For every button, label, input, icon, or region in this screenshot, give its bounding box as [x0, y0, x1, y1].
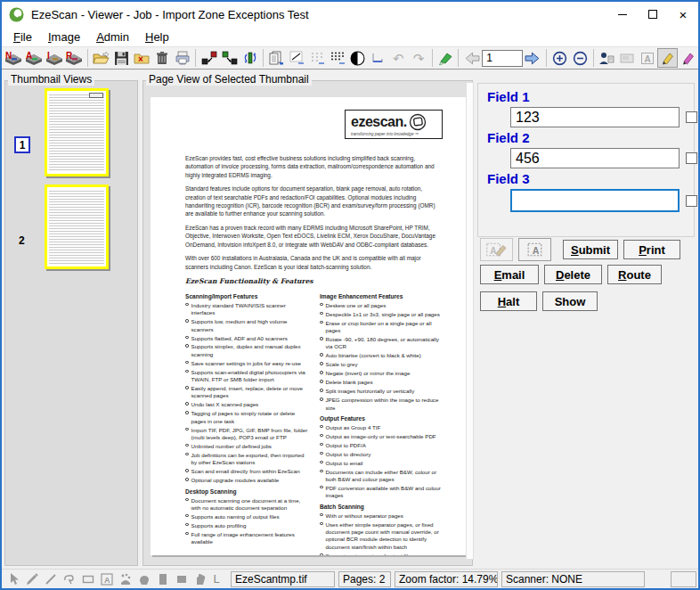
undo-icon[interactable]: ↶: [388, 48, 409, 68]
bullet-icon: [185, 444, 189, 447]
next-page-button[interactable]: [523, 48, 543, 68]
save-icon[interactable]: [111, 48, 132, 68]
bullet-icon: [320, 337, 323, 340]
deskew-icon[interactable]: [287, 48, 307, 68]
feature-item: Output as image-only or text-searchable …: [320, 433, 444, 440]
field-3-checkbox[interactable]: [686, 195, 697, 207]
hand-stamp-icon[interactable]: [134, 571, 153, 587]
doc-paragraph: EzeScan provides fast, cost effective bu…: [185, 154, 444, 179]
print-icon[interactable]: [173, 48, 193, 68]
ocr-text-icon[interactable]: A: [637, 48, 657, 68]
scan-replace-icon[interactable]: R: [64, 48, 85, 68]
bullet-icon: [320, 380, 323, 383]
freehand-select-icon[interactable]: [60, 571, 78, 587]
highlighter-icon[interactable]: [435, 48, 456, 68]
field-3-input[interactable]: [510, 189, 680, 212]
bullet-icon: [185, 428, 189, 431]
print-button[interactable]: Print: [623, 240, 680, 259]
feature-item: With or without separator pages: [320, 512, 444, 520]
page-icon[interactable]: [153, 571, 172, 587]
despeckle-dark-icon[interactable]: [327, 48, 347, 68]
scan-new-icon[interactable]: N: [4, 48, 24, 68]
crop-border-icon[interactable]: [368, 48, 388, 68]
close-file-icon[interactable]: ×: [132, 48, 152, 68]
profile-user-icon[interactable]: [597, 48, 617, 68]
maximize-button[interactable]: [638, 2, 668, 27]
email-button[interactable]: Email: [480, 265, 539, 284]
doc-right-column: Image Enhancement Features Deskew one or…: [320, 290, 444, 555]
feature-item: Job definitions can be exported, then im…: [185, 452, 309, 467]
scan-append-icon[interactable]: A: [24, 48, 45, 68]
bullet-icon: [320, 486, 323, 489]
halt-button[interactable]: Halt: [480, 291, 537, 311]
select-cursor-icon[interactable]: [4, 571, 22, 587]
thumbnail-1-number[interactable]: 1: [14, 136, 30, 153]
submit-button[interactable]: Submit: [563, 240, 618, 259]
thumbnail-page-1[interactable]: [45, 88, 109, 176]
show-button[interactable]: Show: [542, 291, 598, 311]
move-page-forward-icon[interactable]: [219, 48, 240, 68]
bullet-icon: [320, 371, 323, 374]
line-icon[interactable]: [41, 571, 60, 587]
thumbnail-page-2[interactable]: [45, 184, 109, 269]
draw-pencil-icon[interactable]: [657, 48, 678, 68]
status-bar: A L EzeScantmp.tif Pages: 2 Zoom factor:…: [2, 569, 698, 588]
pen-icon[interactable]: [22, 571, 41, 587]
grab-hand-icon[interactable]: [191, 571, 209, 587]
menu-help[interactable]: Help: [137, 29, 177, 45]
document-logo-tagline: transforming paper into knowledge ™: [351, 132, 437, 136]
svg-text:A: A: [104, 576, 110, 585]
field-2-checkbox[interactable]: [686, 152, 697, 164]
annotation-text-button[interactable]: A: [518, 238, 551, 261]
draw-pencil-alt-icon[interactable]: [678, 48, 698, 68]
text-annotation-icon[interactable]: A: [97, 571, 116, 587]
page-number-input[interactable]: [482, 50, 523, 67]
move-page-back-icon[interactable]: [199, 48, 219, 68]
menu-file[interactable]: File: [5, 29, 40, 45]
filled-rectangle-icon[interactable]: [172, 571, 191, 587]
document-page[interactable]: ezescan. transforming paper into knowled…: [151, 97, 468, 555]
zoom-in-icon[interactable]: [549, 48, 570, 68]
thumbnail-panel-title: Thumbnail Views: [8, 73, 94, 86]
annotation-pencil-button[interactable]: A: [480, 238, 513, 261]
close-button[interactable]: ×: [668, 2, 698, 27]
contrast-icon[interactable]: [347, 48, 368, 68]
thumbnail-2-preview: [49, 189, 104, 265]
rotate-pages-icon[interactable]: [240, 48, 260, 68]
feature-item: Deskew one or all pages: [320, 302, 444, 309]
bullet-icon: [185, 469, 189, 472]
feature-item: Easily append, insert, replace, delete o…: [185, 385, 309, 400]
field-2-input[interactable]: [510, 148, 680, 168]
bullet-icon: [320, 425, 323, 429]
stamp-icon[interactable]: [116, 571, 134, 587]
minimize-button[interactable]: [607, 2, 638, 27]
bullet-icon: [185, 478, 189, 481]
main-toolbar: N A I R × ↶ ↷ A: [2, 46, 698, 70]
doc-section: Scanning/Import Features Industry standa…: [185, 293, 309, 485]
zoom-out-icon[interactable]: [570, 48, 590, 68]
delete-pages-icon[interactable]: [152, 48, 173, 68]
menu-admin[interactable]: Admin: [88, 29, 137, 45]
prev-page-button[interactable]: [461, 48, 482, 68]
thumbnail-list-icon[interactable]: [266, 48, 287, 68]
redo-icon[interactable]: ↷: [409, 48, 429, 68]
bullet-icon: [320, 452, 323, 455]
field-3-label: Field 3: [487, 171, 694, 186]
field-1-input[interactable]: [510, 107, 680, 127]
delete-button[interactable]: Delete: [544, 265, 602, 284]
despeckle-light-icon[interactable]: [307, 48, 328, 68]
thumbnail-2-number[interactable]: 2: [19, 234, 25, 247]
feature-item: PDF conversion available with B&W and co…: [320, 485, 444, 500]
scan-insert-icon[interactable]: I: [45, 48, 65, 68]
field-1-checkbox[interactable]: [686, 111, 697, 123]
bullet-icon: [185, 303, 189, 307]
bullet-icon: [185, 344, 189, 348]
bullet-icon: [185, 370, 189, 373]
route-button[interactable]: Route: [607, 265, 662, 284]
open-file-icon[interactable]: [91, 48, 111, 68]
bullet-icon: [320, 353, 323, 356]
page-view-scroll-track[interactable]: [466, 82, 474, 560]
profile-card-icon[interactable]: [617, 48, 638, 68]
rectangle-icon[interactable]: [78, 571, 97, 587]
menu-image[interactable]: Image: [40, 29, 88, 45]
